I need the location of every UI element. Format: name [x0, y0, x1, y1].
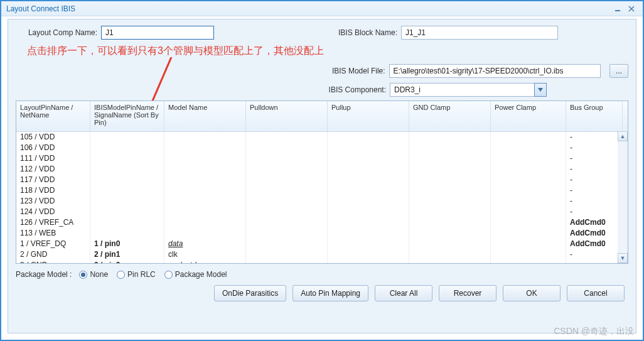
recover-button[interactable]: Recover	[439, 285, 496, 301]
table-row[interactable]: 117 / VDD-	[16, 175, 628, 185]
table-row[interactable]: 111 / VDD-	[16, 153, 628, 164]
table-row[interactable]: 1 / VREF_DQ1 / pin0dataAddCmd0	[16, 239, 628, 249]
table-cell	[328, 196, 409, 207]
ondie-parasitics-button[interactable]: OnDie Parasitics	[214, 285, 286, 301]
col-power-clamp[interactable]: Power Clamp	[491, 101, 566, 131]
table-cell	[491, 196, 566, 207]
table-cell	[164, 207, 246, 217]
table-cell	[90, 164, 164, 175]
input-ibis-model-file[interactable]	[389, 64, 601, 78]
table-cell: 123 / VDD	[16, 196, 90, 207]
package-model-radiogroup: None Pin RLC Package Model	[79, 270, 227, 279]
radio-package-model[interactable]: Package Model	[164, 270, 227, 279]
annotation-text: 点击排序一下，可以看到只有3个管脚与模型匹配上了，其他没配上	[27, 45, 628, 58]
input-layout-comp-name[interactable]	[101, 26, 214, 40]
scroll-down-icon[interactable]: ▼	[618, 253, 628, 263]
chevron-down-icon[interactable]	[534, 83, 547, 97]
table-row[interactable]: 126 / VREF_CAAddCmd0	[16, 217, 628, 228]
table-row[interactable]: 123 / VDD-	[16, 196, 628, 207]
table-cell	[409, 260, 491, 263]
cancel-button[interactable]: Cancel	[567, 285, 625, 301]
combo-ibis-component[interactable]	[390, 83, 547, 97]
table-row[interactable]: 105 / VDD-	[16, 132, 628, 143]
scroll-up-icon[interactable]: ▲	[618, 131, 628, 141]
ok-button[interactable]: OK	[503, 285, 561, 301]
table-cell: -	[566, 175, 623, 185]
table-cell	[164, 164, 246, 175]
table-cell: -	[566, 185, 623, 196]
clear-all-button[interactable]: Clear All	[375, 285, 432, 301]
label-ibis-block-name: IBIS Block Name:	[335, 28, 397, 37]
close-icon[interactable]	[625, 4, 638, 14]
table-cell	[90, 217, 164, 228]
table-cell: AddCmd0	[566, 228, 623, 239]
table-cell	[491, 260, 566, 263]
table-cell: 111 / VDD	[16, 153, 90, 164]
table-cell	[328, 217, 409, 228]
radio-pkgmodel-label: Package Model	[175, 270, 227, 279]
client-area: Layout Comp Name: IBIS Block Name: 点击排序一…	[8, 19, 636, 333]
table-row[interactable]: 2 / GND2 / pin1clk-	[16, 249, 628, 260]
table-cell	[90, 196, 164, 207]
scrollbar[interactable]: ▲ ▼	[618, 131, 628, 263]
col-pullup[interactable]: Pullup	[328, 101, 409, 131]
table-row[interactable]: 118 / VDD-	[16, 185, 628, 196]
table-cell	[90, 153, 164, 164]
table-cell	[328, 249, 409, 260]
table-cell	[409, 153, 491, 164]
radio-pin-rlc[interactable]: Pin RLC	[117, 270, 156, 279]
table-cell	[409, 207, 491, 217]
label-ibis-component: IBIS Component:	[267, 85, 386, 94]
table-cell	[90, 175, 164, 185]
col-gnd-clamp[interactable]: GND Clamp	[409, 101, 491, 131]
table-cell: 1 / VREF_DQ	[16, 239, 90, 249]
table-row[interactable]: 106 / VDD-	[16, 143, 628, 153]
table-row[interactable]: 113 / WEBAddCmd0	[16, 228, 628, 239]
table-cell	[246, 153, 328, 164]
radio-none[interactable]: None	[79, 270, 108, 279]
table-cell	[328, 153, 409, 164]
row-top: Layout Comp Name: IBIS Block Name:	[16, 26, 628, 40]
titlebar: Layout Connect IBIS	[1, 1, 643, 16]
table-cell	[409, 143, 491, 153]
col-ibis-pin[interactable]: IBISModelPinName / SignalName (Sort By P…	[90, 101, 164, 131]
auto-pin-mapping-button[interactable]: Auto Pin Mapping	[292, 285, 368, 301]
cancel-button-label: Cancel	[584, 289, 607, 298]
col-model-name[interactable]: Model Name	[164, 101, 246, 131]
radio-dot-icon	[117, 271, 125, 279]
browse-button[interactable]: ...	[609, 64, 628, 78]
table-cell	[491, 185, 566, 196]
combo-ibis-component-input[interactable]	[390, 83, 547, 97]
col-scroll-gutter	[623, 101, 633, 131]
table-cell: 105 / VDD	[16, 132, 90, 143]
table-cell	[328, 239, 409, 249]
label-package-model: Package Model :	[16, 270, 72, 279]
table-cell: -	[566, 196, 623, 207]
table-cell	[328, 164, 409, 175]
label-layout-comp-name: Layout Comp Name:	[16, 28, 97, 37]
col-layout-pin[interactable]: LayoutPinName / NetName	[16, 101, 90, 131]
table-row[interactable]: 112 / VDD-	[16, 164, 628, 175]
table-cell	[328, 143, 409, 153]
table-cell	[90, 143, 164, 153]
table-cell: 1 / pin0	[90, 239, 164, 249]
table-cell	[164, 132, 246, 143]
table-cell: -	[566, 164, 623, 175]
radio-dot-icon	[164, 271, 173, 279]
minimize-icon[interactable]	[611, 4, 624, 14]
table-cell	[409, 228, 491, 239]
col-pulldown[interactable]: Pulldown	[246, 101, 328, 131]
table-cell	[328, 132, 409, 143]
table-cell	[246, 132, 328, 143]
table-cell	[164, 196, 246, 207]
table-cell	[491, 132, 566, 143]
table-cell: 106 / VDD	[16, 143, 90, 153]
table-row[interactable]: 3 / GND3 / pin2cmd_ctrl-	[16, 260, 628, 263]
input-ibis-block-name[interactable]	[401, 26, 558, 40]
col-bus-group[interactable]: Bus Group	[566, 101, 623, 131]
table-cell: AddCmd0	[566, 239, 623, 249]
table-cell	[328, 207, 409, 217]
table-cell	[90, 207, 164, 217]
table-row[interactable]: 124 / VDD-	[16, 207, 628, 217]
row-component: IBIS Component:	[16, 83, 628, 97]
